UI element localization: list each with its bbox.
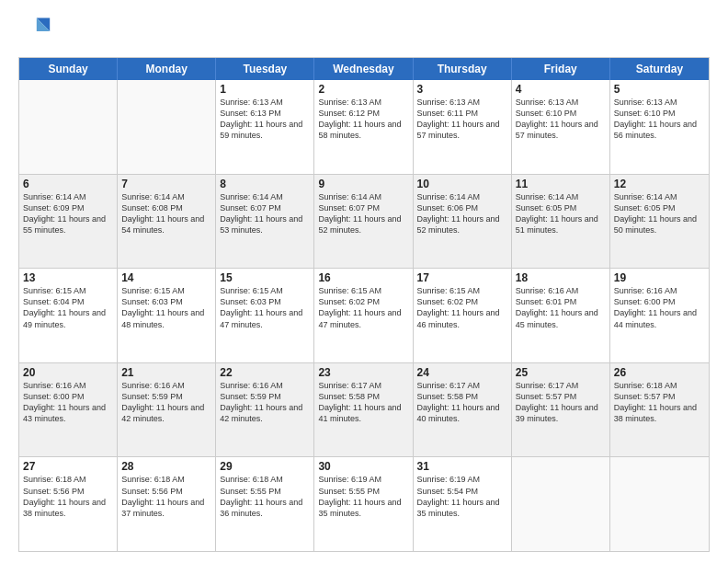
day-number: 15 [220,271,310,284]
calendar-cell: 16Sunrise: 6:15 AM Sunset: 6:02 PM Dayli… [314,269,413,362]
day-info: Sunrise: 6:17 AM Sunset: 5:58 PM Dayligh… [417,380,507,425]
day-number: 13 [23,271,113,284]
day-number: 12 [614,178,705,190]
day-number: 11 [516,178,606,190]
calendar-cell: 18Sunrise: 6:16 AM Sunset: 6:01 PM Dayli… [512,269,610,362]
day-number: 5 [614,83,705,96]
calendar-header: SundayMondayTuesdayWednesdayThursdayFrid… [19,58,709,80]
day-info: Sunrise: 6:14 AM Sunset: 6:07 PM Dayligh… [220,191,310,236]
day-info: Sunrise: 6:17 AM Sunset: 5:57 PM Dayligh… [516,380,606,425]
calendar-cell: 14Sunrise: 6:15 AM Sunset: 6:03 PM Dayli… [118,269,216,362]
day-number: 18 [516,271,606,284]
calendar-cell: 10Sunrise: 6:14 AM Sunset: 6:06 PM Dayli… [414,175,512,269]
day-info: Sunrise: 6:15 AM Sunset: 6:03 PM Dayligh… [220,285,310,330]
day-info: Sunrise: 6:14 AM Sunset: 6:05 PM Dayligh… [614,191,705,236]
page: SundayMondayTuesdayWednesdayThursdayFrid… [0,0,728,563]
day-info: Sunrise: 6:18 AM Sunset: 5:56 PM Dayligh… [23,474,113,519]
calendar-cell: 7Sunrise: 6:14 AM Sunset: 6:08 PM Daylig… [118,175,216,269]
logo [18,15,55,48]
day-number: 24 [417,366,507,379]
calendar-cell: 1Sunrise: 6:13 AM Sunset: 6:13 PM Daylig… [216,80,314,174]
header-day-tuesday: Tuesday [216,58,314,80]
calendar-cell: 13Sunrise: 6:15 AM Sunset: 6:04 PM Dayli… [19,269,118,362]
day-info: Sunrise: 6:18 AM Sunset: 5:55 PM Dayligh… [220,474,310,519]
day-info: Sunrise: 6:15 AM Sunset: 6:03 PM Dayligh… [121,285,211,330]
calendar-cell: 23Sunrise: 6:17 AM Sunset: 5:58 PM Dayli… [314,363,413,457]
calendar-row-5: 27Sunrise: 6:18 AM Sunset: 5:56 PM Dayli… [19,457,709,551]
day-info: Sunrise: 6:18 AM Sunset: 5:56 PM Dayligh… [121,474,211,519]
header-day-friday: Friday [512,58,610,80]
day-number: 26 [614,366,705,379]
day-number: 23 [318,366,408,379]
day-info: Sunrise: 6:13 AM Sunset: 6:13 PM Dayligh… [220,97,310,142]
calendar-cell: 27Sunrise: 6:18 AM Sunset: 5:56 PM Dayli… [19,457,118,551]
header-day-wednesday: Wednesday [314,58,413,80]
calendar-cell: 21Sunrise: 6:16 AM Sunset: 5:59 PM Dayli… [118,363,216,457]
calendar-cell: 17Sunrise: 6:15 AM Sunset: 6:02 PM Dayli… [414,269,512,362]
day-info: Sunrise: 6:16 AM Sunset: 5:59 PM Dayligh… [121,380,211,425]
calendar-cell: 8Sunrise: 6:14 AM Sunset: 6:07 PM Daylig… [216,175,314,269]
day-number: 3 [417,83,507,96]
day-number: 7 [121,178,211,190]
calendar-body: 1Sunrise: 6:13 AM Sunset: 6:13 PM Daylig… [19,80,709,551]
calendar-cell: 31Sunrise: 6:19 AM Sunset: 5:54 PM Dayli… [414,457,512,551]
day-info: Sunrise: 6:15 AM Sunset: 6:02 PM Dayligh… [417,285,507,330]
day-number: 14 [121,271,211,284]
calendar-cell: 3Sunrise: 6:13 AM Sunset: 6:11 PM Daylig… [414,80,512,174]
calendar-cell: 15Sunrise: 6:15 AM Sunset: 6:03 PM Dayli… [216,269,314,362]
calendar-cell: 28Sunrise: 6:18 AM Sunset: 5:56 PM Dayli… [118,457,216,551]
calendar-cell: 2Sunrise: 6:13 AM Sunset: 6:12 PM Daylig… [314,80,413,174]
calendar-cell [19,80,118,174]
day-number: 25 [516,366,606,379]
day-info: Sunrise: 6:16 AM Sunset: 6:00 PM Dayligh… [614,285,705,330]
day-info: Sunrise: 6:14 AM Sunset: 6:09 PM Dayligh… [23,191,113,236]
calendar-cell: 25Sunrise: 6:17 AM Sunset: 5:57 PM Dayli… [512,363,610,457]
calendar-cell: 20Sunrise: 6:16 AM Sunset: 6:00 PM Dayli… [19,363,118,457]
day-info: Sunrise: 6:14 AM Sunset: 6:06 PM Dayligh… [417,191,507,236]
day-number: 2 [318,83,408,96]
day-number: 19 [614,271,705,284]
day-number: 16 [318,271,408,284]
day-info: Sunrise: 6:14 AM Sunset: 6:07 PM Dayligh… [318,191,408,236]
day-number: 31 [417,460,507,473]
calendar-row-4: 20Sunrise: 6:16 AM Sunset: 6:00 PM Dayli… [19,363,709,458]
calendar-cell: 29Sunrise: 6:18 AM Sunset: 5:55 PM Dayli… [216,457,314,551]
day-info: Sunrise: 6:16 AM Sunset: 5:59 PM Dayligh… [220,380,310,425]
calendar-row-3: 13Sunrise: 6:15 AM Sunset: 6:04 PM Dayli… [19,269,709,363]
day-number: 9 [318,178,408,190]
calendar-cell: 11Sunrise: 6:14 AM Sunset: 6:05 PM Dayli… [512,175,610,269]
day-info: Sunrise: 6:16 AM Sunset: 6:01 PM Dayligh… [516,285,606,330]
day-info: Sunrise: 6:19 AM Sunset: 5:54 PM Dayligh… [417,474,507,519]
day-number: 10 [417,178,507,190]
calendar-cell: 19Sunrise: 6:16 AM Sunset: 6:00 PM Dayli… [610,269,709,362]
day-number: 30 [318,460,408,473]
calendar-cell [118,80,216,174]
day-number: 1 [220,83,310,96]
calendar-row-1: 1Sunrise: 6:13 AM Sunset: 6:13 PM Daylig… [19,80,709,175]
day-number: 28 [121,460,211,473]
logo-icon [18,15,51,48]
day-number: 21 [121,366,211,379]
calendar-cell: 9Sunrise: 6:14 AM Sunset: 6:07 PM Daylig… [314,175,413,269]
day-info: Sunrise: 6:14 AM Sunset: 6:05 PM Dayligh… [516,191,606,236]
day-number: 22 [220,366,310,379]
calendar-cell: 5Sunrise: 6:13 AM Sunset: 6:10 PM Daylig… [610,80,709,174]
calendar-cell [512,457,610,551]
header-day-saturday: Saturday [610,58,709,80]
day-info: Sunrise: 6:18 AM Sunset: 5:57 PM Dayligh… [614,380,705,425]
day-number: 8 [220,178,310,190]
day-info: Sunrise: 6:16 AM Sunset: 6:00 PM Dayligh… [23,380,113,425]
header-day-thursday: Thursday [414,58,512,80]
day-info: Sunrise: 6:13 AM Sunset: 6:10 PM Dayligh… [614,97,705,142]
calendar-cell [610,457,709,551]
calendar-row-2: 6Sunrise: 6:14 AM Sunset: 6:09 PM Daylig… [19,175,709,270]
calendar-cell: 22Sunrise: 6:16 AM Sunset: 5:59 PM Dayli… [216,363,314,457]
calendar-cell: 24Sunrise: 6:17 AM Sunset: 5:58 PM Dayli… [414,363,512,457]
day-number: 20 [23,366,113,379]
day-info: Sunrise: 6:19 AM Sunset: 5:55 PM Dayligh… [318,474,408,519]
calendar-cell: 6Sunrise: 6:14 AM Sunset: 6:09 PM Daylig… [19,175,118,269]
header [18,15,710,48]
calendar-cell: 30Sunrise: 6:19 AM Sunset: 5:55 PM Dayli… [314,457,413,551]
day-number: 17 [417,271,507,284]
day-info: Sunrise: 6:13 AM Sunset: 6:10 PM Dayligh… [516,97,606,142]
